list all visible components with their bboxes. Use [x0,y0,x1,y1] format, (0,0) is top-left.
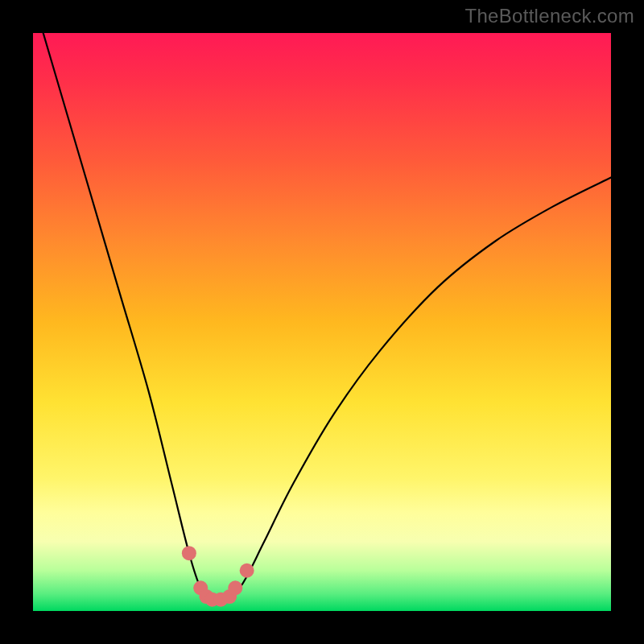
plot-area [33,33,611,611]
watermark-text: TheBottleneck.com [464,5,634,27]
highlight-dots-group [182,546,254,606]
highlight-dot [240,564,254,578]
highlight-dot [228,580,242,595]
chart-stage: TheBottleneck.com [0,0,644,644]
highlight-dot [182,546,196,560]
curve-layer [33,33,611,611]
main-curve [33,33,611,601]
